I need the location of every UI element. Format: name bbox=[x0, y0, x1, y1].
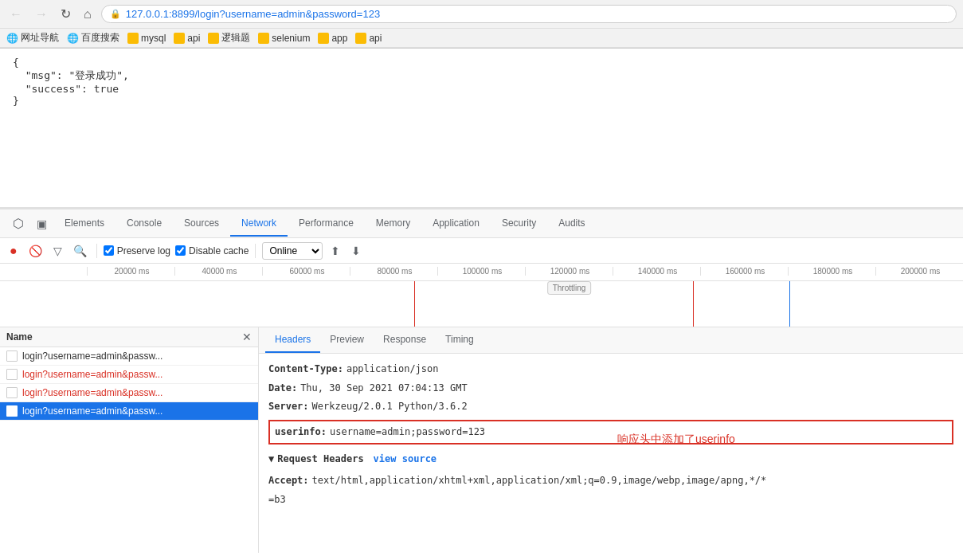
tick-6: 120000 ms Throttling bbox=[525, 267, 613, 276]
bookmark-nav-label: 网址导航 bbox=[21, 31, 59, 45]
preserve-log-label[interactable]: Preserve log bbox=[104, 245, 170, 257]
detail-panel: Headers Preview Response Timing Content-… bbox=[259, 327, 963, 553]
file-icon-2 bbox=[6, 369, 18, 380]
network-item-3[interactable]: login?username=admin&passw... bbox=[0, 384, 258, 402]
tab-console[interactable]: Console bbox=[115, 211, 173, 237]
tab-elements[interactable]: Elements bbox=[53, 211, 115, 237]
network-item-name-1: login?username=admin&passw... bbox=[22, 350, 252, 362]
devtools: ⬡ ▣ Elements Console Sources Network Per… bbox=[0, 208, 963, 553]
annotation-text: 响应头中添加了userinfo bbox=[617, 429, 735, 449]
upload-button[interactable]: ⬆ bbox=[327, 243, 343, 259]
record-button[interactable]: ● bbox=[6, 242, 21, 260]
file-icon-4 bbox=[6, 405, 18, 417]
tab-performance[interactable]: Performance bbox=[288, 211, 365, 237]
devtools-toolbar: ● 🚫 ▽ 🔍 Preserve log Disable cache Onlin… bbox=[0, 238, 963, 264]
folder-icon-selenium bbox=[258, 33, 269, 44]
tab-sources[interactable]: Sources bbox=[173, 211, 230, 237]
forward-button[interactable]: → bbox=[32, 6, 51, 23]
timeline-line-2 bbox=[693, 281, 694, 327]
folder-icon-api2 bbox=[355, 33, 366, 44]
network-item-2[interactable]: login?username=admin&passw... bbox=[0, 366, 258, 384]
server-name: Server: bbox=[268, 398, 309, 416]
folder-icon-api1 bbox=[174, 33, 185, 44]
file-icon-3 bbox=[6, 387, 18, 398]
network-item-name-2: login?username=admin&passw... bbox=[22, 369, 252, 380]
separator2 bbox=[255, 244, 256, 258]
tab-security[interactable]: Security bbox=[491, 211, 547, 237]
header-row-accept-cont: =b3 bbox=[268, 491, 953, 510]
bookmark-api2[interactable]: api bbox=[355, 33, 382, 44]
header-row-userinfo: userinfo: username=admin;password=123 bbox=[268, 420, 953, 445]
bookmark-selenium[interactable]: selenium bbox=[258, 33, 310, 44]
close-detail-button[interactable]: ✕ bbox=[242, 331, 252, 343]
view-source-link[interactable]: view source bbox=[374, 451, 436, 468]
timeline-ruler: 20000 ms 40000 ms 60000 ms 80000 ms 1000… bbox=[0, 264, 963, 281]
tab-audits[interactable]: Audits bbox=[547, 211, 596, 237]
json-response: { "msg": "登录成功", "success": true } bbox=[13, 57, 950, 107]
tab-network[interactable]: Network bbox=[230, 211, 288, 237]
detail-content: Content-Type: application/json Date: Thu… bbox=[259, 354, 963, 515]
date-value: Thu, 30 Sep 2021 07:04:13 GMT bbox=[300, 380, 468, 397]
disable-cache-text: Disable cache bbox=[189, 245, 249, 257]
userinfo-name: userinfo: bbox=[275, 424, 327, 441]
throttle-select[interactable]: Online Offline Slow 3G Fast 3G bbox=[262, 242, 323, 260]
bookmark-baidu[interactable]: 🌐 百度搜索 bbox=[67, 31, 119, 45]
network-list-header: Name ✕ bbox=[0, 327, 258, 347]
clear-button[interactable]: 🚫 bbox=[25, 243, 45, 259]
detail-tab-preview[interactable]: Preview bbox=[320, 327, 374, 353]
search-button[interactable]: 🔍 bbox=[70, 243, 90, 259]
back-button[interactable]: ← bbox=[6, 6, 25, 23]
network-item-1[interactable]: login?username=admin&passw... bbox=[0, 347, 258, 366]
browser-chrome: ← → ↻ ⌂ 🔒 127.0.0.1:8899/login?username=… bbox=[0, 0, 963, 49]
tick-7: 140000 ms bbox=[613, 267, 700, 276]
accept-value: text/html,application/xhtml+xml,applicat… bbox=[312, 472, 767, 490]
address-bar[interactable]: 🔒 127.0.0.1:8899/login?username=admin&pa… bbox=[101, 5, 957, 23]
network-list: Name ✕ login?username=admin&passw... log… bbox=[0, 327, 259, 553]
home-button[interactable]: ⌂ bbox=[80, 6, 95, 23]
header-row-date: Date: Thu, 30 Sep 2021 07:04:13 GMT bbox=[268, 379, 953, 398]
server-value: Werkzeug/2.0.1 Python/3.6.2 bbox=[312, 398, 468, 416]
url-text: 127.0.0.1:8899/login?username=admin&pass… bbox=[126, 8, 948, 20]
tick-8: 160000 ms bbox=[700, 267, 788, 276]
detail-tab-headers[interactable]: Headers bbox=[265, 327, 320, 353]
preserve-log-checkbox[interactable] bbox=[104, 245, 114, 256]
bookmark-nav[interactable]: 🌐 网址导航 bbox=[6, 31, 59, 45]
bookmark-baidu-label: 百度搜索 bbox=[81, 31, 119, 45]
timeline-area: 20000 ms 40000 ms 60000 ms 80000 ms 1000… bbox=[0, 264, 963, 327]
tab-memory[interactable]: Memory bbox=[365, 211, 421, 237]
name-column-header: Name bbox=[6, 331, 33, 343]
folder-icon-logic bbox=[208, 33, 219, 44]
detail-tab-response[interactable]: Response bbox=[374, 327, 436, 353]
content-type-name: Content-Type: bbox=[268, 361, 343, 378]
bookmark-mysql-label: mysql bbox=[141, 33, 166, 44]
bookmark-api1[interactable]: api bbox=[174, 33, 200, 44]
network-item-4[interactable]: login?username=admin&passw... bbox=[0, 402, 258, 421]
bookmark-logic[interactable]: 逻辑题 bbox=[208, 31, 250, 45]
bookmark-api2-label: api bbox=[369, 33, 382, 44]
bookmark-logic-label: 逻辑题 bbox=[221, 31, 250, 45]
tick-2: 40000 ms bbox=[174, 267, 262, 276]
dock-icon[interactable]: ▣ bbox=[30, 214, 53, 233]
cursor-icon[interactable]: ⬡ bbox=[6, 213, 30, 234]
download-button[interactable]: ⬇ bbox=[348, 243, 364, 259]
network-item-name-4: login?username=admin&passw... bbox=[22, 405, 252, 417]
lock-icon: 🔒 bbox=[110, 9, 121, 19]
globe-icon2: 🌐 bbox=[67, 33, 79, 44]
header-row-content-type: Content-Type: application/json bbox=[268, 360, 953, 379]
tick-4: 80000 ms bbox=[350, 267, 437, 276]
detail-tab-timing[interactable]: Timing bbox=[436, 327, 483, 353]
header-row-server: Server: Werkzeug/2.0.1 Python/3.6.2 bbox=[268, 397, 953, 417]
tick-1: 20000 ms bbox=[87, 267, 174, 276]
folder-icon-mysql bbox=[127, 33, 139, 44]
refresh-button[interactable]: ↻ bbox=[57, 5, 74, 23]
devtools-tabs: ⬡ ▣ Elements Console Sources Network Per… bbox=[0, 210, 963, 238]
userinfo-value: username=admin;password=123 bbox=[330, 424, 485, 441]
folder-icon-app bbox=[318, 33, 329, 44]
disable-cache-label[interactable]: Disable cache bbox=[175, 245, 249, 257]
disable-cache-checkbox[interactable] bbox=[175, 245, 186, 256]
bookmark-app[interactable]: app bbox=[318, 33, 347, 44]
filter-button[interactable]: ▽ bbox=[50, 243, 65, 259]
tab-application[interactable]: Application bbox=[421, 211, 491, 237]
accept-cont-value: =b3 bbox=[268, 491, 286, 509]
bookmark-mysql[interactable]: mysql bbox=[127, 33, 166, 44]
